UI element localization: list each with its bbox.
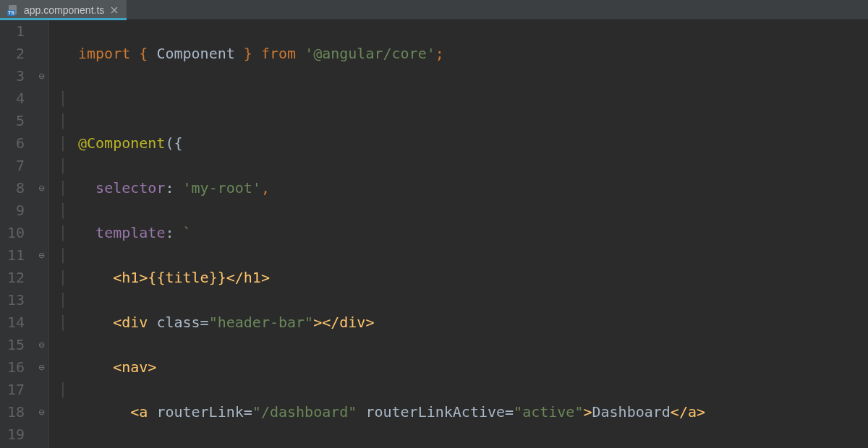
line-number: 14 (0, 311, 25, 334)
code-line: template: ` (78, 222, 868, 244)
code-line: selector: 'my-root', (78, 177, 868, 199)
code-line: <a routerLink="/dashboard" routerLinkAct… (78, 401, 868, 423)
fold-marker[interactable]: ⊖ (35, 65, 48, 87)
line-number: 11 (0, 244, 25, 267)
code-line: <nav> (78, 356, 868, 379)
fold-marker (35, 267, 48, 289)
code-line: import { Component } from '@angular/core… (78, 43, 868, 65)
line-number: 6 (0, 132, 25, 155)
line-number: 3 (0, 65, 25, 87)
line-number: 7 (0, 155, 25, 177)
tab-bar: TS app.component.ts (0, 0, 868, 20)
fold-marker (35, 199, 48, 222)
fold-marker (35, 132, 48, 155)
line-number: 16 (0, 356, 25, 379)
indent-guide: ││││ ││││ │││ │ (49, 20, 77, 448)
svg-text:TS: TS (8, 10, 14, 15)
fold-marker (35, 87, 48, 110)
fold-marker (35, 222, 48, 244)
fold-marker[interactable]: ⊖ (35, 177, 48, 199)
fold-marker (35, 289, 48, 311)
line-number: 15 (0, 334, 25, 356)
line-number: 9 (0, 199, 25, 222)
code-line: <div class="header-bar"></div> (78, 311, 868, 334)
line-number: 8 (0, 177, 25, 199)
fold-marker[interactable]: ⊖ (35, 401, 48, 423)
close-tab-icon[interactable] (109, 5, 119, 15)
line-number: 5 (0, 110, 25, 132)
code-editor[interactable]: 1 2 3 4 5 6 7 8 9 10 11 12 13 14 15 16 1… (0, 20, 868, 448)
fold-marker (35, 379, 48, 401)
code-line (78, 87, 868, 110)
fold-marker[interactable]: ⊖ (35, 244, 48, 267)
line-number: 17 (0, 379, 25, 401)
line-number: 4 (0, 87, 25, 110)
fold-marker[interactable]: ⊖ (35, 356, 48, 379)
code-line: @Component({ (78, 132, 868, 155)
line-number: 12 (0, 267, 25, 289)
line-number: 19 (0, 423, 25, 446)
line-number-gutter: 1 2 3 4 5 6 7 8 9 10 11 12 13 14 15 16 1… (0, 20, 35, 448)
fold-marker (35, 20, 48, 43)
ts-file-icon: TS (7, 4, 19, 16)
line-number: 2 (0, 43, 25, 65)
fold-gutter: ⊖ ⊖ ⊖ ⊖ ⊖ ⊖ (35, 20, 49, 448)
line-number: 1 (0, 20, 25, 43)
editor-tab[interactable]: TS app.component.ts (0, 0, 127, 20)
line-number: 18 (0, 401, 25, 423)
tab-filename: app.component.ts (24, 4, 104, 16)
fold-marker[interactable]: ⊖ (35, 334, 48, 356)
fold-marker (35, 155, 48, 177)
fold-marker (35, 43, 48, 65)
fold-marker (35, 423, 48, 446)
code-area[interactable]: import { Component } from '@angular/core… (77, 20, 868, 448)
fold-marker (35, 110, 48, 132)
line-number: 13 (0, 289, 25, 311)
code-line: <h1>{{title}}</h1> (78, 267, 868, 289)
line-number: 10 (0, 222, 25, 244)
fold-marker (35, 311, 48, 334)
